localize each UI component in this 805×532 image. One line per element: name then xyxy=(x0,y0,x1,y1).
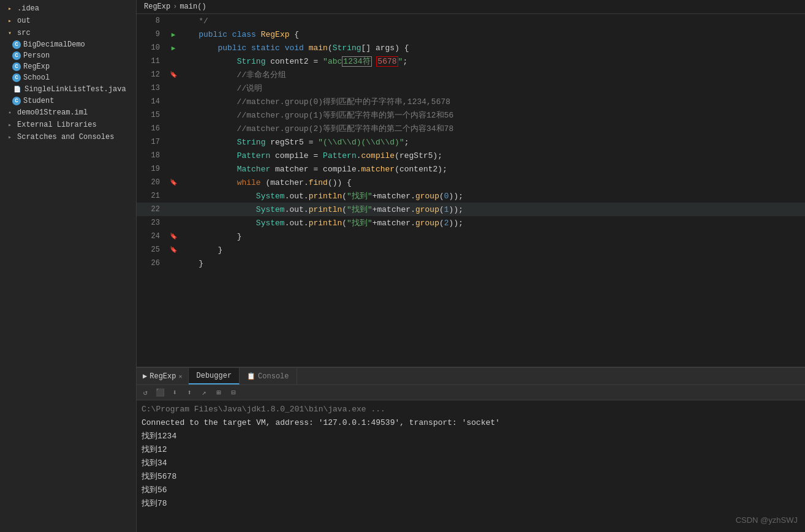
code-text: String regStr5 = "(\\d\\d)(\\d\\d)"; xyxy=(180,138,800,147)
toolbar-pause-btn[interactable]: ⬆ xyxy=(183,386,195,399)
console-line: 找到12 xyxy=(142,443,800,457)
java-class-icon: C xyxy=(12,51,21,60)
sidebar-item-bigdecimaldemo[interactable]: C BigDecimalDemo xyxy=(0,39,136,50)
main-area: ▸ .idea ▸ out ▾ src C BigDecimalDemo C P… xyxy=(0,0,805,532)
sidebar-item-label: demo01Stream.iml xyxy=(17,108,88,117)
line-number: 14 xyxy=(142,97,160,106)
sidebar-item-regexp[interactable]: C RegExp xyxy=(0,61,136,72)
sidebar-item-src[interactable]: ▾ src xyxy=(0,27,136,39)
code-text: public static void main(String[] args) { xyxy=(180,43,800,53)
console-toolbar: ↺ ⬛ ⬇ ⬆ ↗ ⊞ ⊟ xyxy=(137,385,805,400)
sidebar-item-school[interactable]: C School xyxy=(0,72,136,83)
console-line: 找到56 xyxy=(142,484,800,497)
gutter: 🔖 xyxy=(167,233,180,240)
code-line-14: 14 //matcher.group(0)得到匹配中的子字符串,1234,567… xyxy=(137,95,805,108)
watermark: CSDN @yzhSWJ xyxy=(736,515,798,525)
gutter: 🔖 xyxy=(167,71,180,78)
breadcrumb-file: RegExp xyxy=(144,2,170,11)
sidebar-item-singlelinklist[interactable]: 📄 SingleLinkListTest.java xyxy=(0,83,136,96)
line-number: 21 xyxy=(142,192,160,200)
run-tab-icon: ▶ xyxy=(143,372,147,381)
toolbar-rerun-btn[interactable]: ↺ xyxy=(139,386,151,399)
sidebar-item-student[interactable]: C Student xyxy=(0,96,136,107)
toolbar-step-over-btn[interactable]: ↗ xyxy=(198,386,210,399)
sidebar-item-external-libraries[interactable]: ▸ External Libraries xyxy=(0,119,136,131)
line-number: 17 xyxy=(142,138,160,146)
run-tab-close[interactable]: ✕ xyxy=(178,373,182,380)
bottom-panel: ▶ RegExp ✕ Debugger 📋 Console ↺ ⬛ ⬇ ⬆ ↗ xyxy=(137,367,805,532)
console-line: C:\Program Files\Java\jdk1.8.0_201\bin\j… xyxy=(142,403,800,416)
sidebar: ▸ .idea ▸ out ▾ src C BigDecimalDemo C P… xyxy=(0,0,137,532)
sidebar-item-label: Person xyxy=(23,51,50,60)
code-line-8: 8 */ xyxy=(137,14,805,28)
sidebar-item-label: out xyxy=(17,17,31,25)
console-tab-icon: 📋 xyxy=(247,372,255,380)
toolbar-wrap-btn[interactable]: ⊟ xyxy=(227,386,240,399)
run-icon[interactable]: ▶ xyxy=(172,31,176,39)
toolbar-stop-btn[interactable]: ⬛ xyxy=(154,386,166,399)
line-number: 25 xyxy=(142,245,160,254)
code-text: System.out.println("找到"+matcher.group(0)… xyxy=(180,190,800,201)
iml-file-icon: ▪ xyxy=(5,108,15,118)
bottom-tabs: ▶ RegExp ✕ Debugger 📋 Console xyxy=(137,368,805,385)
gutter: 🔖 xyxy=(167,179,180,186)
console-output[interactable]: C:\Program Files\Java\jdk1.8.0_201\bin\j… xyxy=(137,400,805,532)
sidebar-item-label: SingleLinkListTest.java xyxy=(25,85,126,94)
line-number: 9 xyxy=(142,30,160,39)
code-text: //matcher.group(0)得到匹配中的子字符串,1234,5678 xyxy=(180,96,800,107)
console-tab[interactable]: 📋 Console xyxy=(240,368,297,384)
toolbar-format-btn[interactable]: ⊞ xyxy=(213,386,225,399)
java-class-icon: C xyxy=(12,40,21,49)
sidebar-item-scratches[interactable]: ▸ Scratches and Consoles xyxy=(0,131,136,143)
sidebar-item-out[interactable]: ▸ out xyxy=(0,15,136,27)
toolbar-resume-btn[interactable]: ⬇ xyxy=(168,386,181,399)
gutter: ▶ xyxy=(167,31,180,39)
line-number: 26 xyxy=(142,259,160,268)
sidebar-item-label: School xyxy=(23,73,50,82)
sidebar-item-label: BigDecimalDemo xyxy=(23,40,85,49)
code-text: */ xyxy=(180,17,800,26)
run-tab[interactable]: ▶ RegExp ✕ xyxy=(137,368,189,384)
console-line: 找到5678 xyxy=(142,470,800,484)
console-tab-label: Console xyxy=(258,372,289,381)
java-class-icon: C xyxy=(12,62,21,71)
sidebar-item-label: RegExp xyxy=(23,62,50,71)
bookmark-icon: 🔖 xyxy=(170,233,177,240)
sidebar-item-person[interactable]: C Person xyxy=(0,50,136,61)
java-file-icon: 📄 xyxy=(12,84,22,94)
folder-icon: ▸ xyxy=(5,16,15,26)
code-container[interactable]: 8 */ 9 ▶ public class RegExp { 10 ▶ publ… xyxy=(137,14,805,367)
editor-area: RegExp › main() 8 */ 9 ▶ public class Re… xyxy=(137,0,805,367)
code-line-22: 22 System.out.println("找到"+matcher.group… xyxy=(137,203,805,216)
sidebar-item-idea[interactable]: ▸ .idea xyxy=(0,2,136,15)
code-line-20: 20 🔖 while (matcher.find()) { xyxy=(137,176,805,189)
sidebar-item-label: Student xyxy=(23,97,54,105)
code-text: } xyxy=(180,245,800,255)
code-line-11: 11 String content2 = "abc1234符 5678"; xyxy=(137,54,805,68)
bookmark-icon: 🔖 xyxy=(170,179,177,186)
line-number: 8 xyxy=(142,17,160,25)
debugger-tab[interactable]: Debugger xyxy=(189,368,240,384)
code-text: while (matcher.find()) { xyxy=(180,178,800,187)
line-number: 22 xyxy=(142,205,160,214)
sidebar-item-label: .idea xyxy=(17,4,39,13)
code-line-24: 24 🔖 } xyxy=(137,230,805,243)
sidebar-item-label: src xyxy=(17,29,31,37)
code-text: //说明 xyxy=(180,83,800,94)
code-text: public class RegExp { xyxy=(180,30,800,39)
code-line-18: 18 Pattern compile = Pattern.compile(reg… xyxy=(137,149,805,162)
code-text: //matcher.group(1)等到匹配字符串的第一个内容12和56 xyxy=(180,110,800,121)
line-number: 16 xyxy=(142,124,160,133)
code-line-12: 12 🔖 //非命名分组 xyxy=(137,68,805,81)
code-line-19: 19 Matcher matcher = compile.matcher(con… xyxy=(137,162,805,176)
breadcrumb-method: main() xyxy=(180,2,206,11)
run-tab-label: RegExp xyxy=(149,372,176,381)
line-number: 11 xyxy=(142,57,160,66)
sidebar-item-iml[interactable]: ▪ demo01Stream.iml xyxy=(0,107,136,119)
code-text: } xyxy=(180,232,800,241)
run-icon[interactable]: ▶ xyxy=(172,44,176,52)
code-line-9: 9 ▶ public class RegExp { xyxy=(137,28,805,41)
code-text: } xyxy=(180,259,800,268)
line-number: 18 xyxy=(142,151,160,160)
line-number: 20 xyxy=(142,178,160,187)
